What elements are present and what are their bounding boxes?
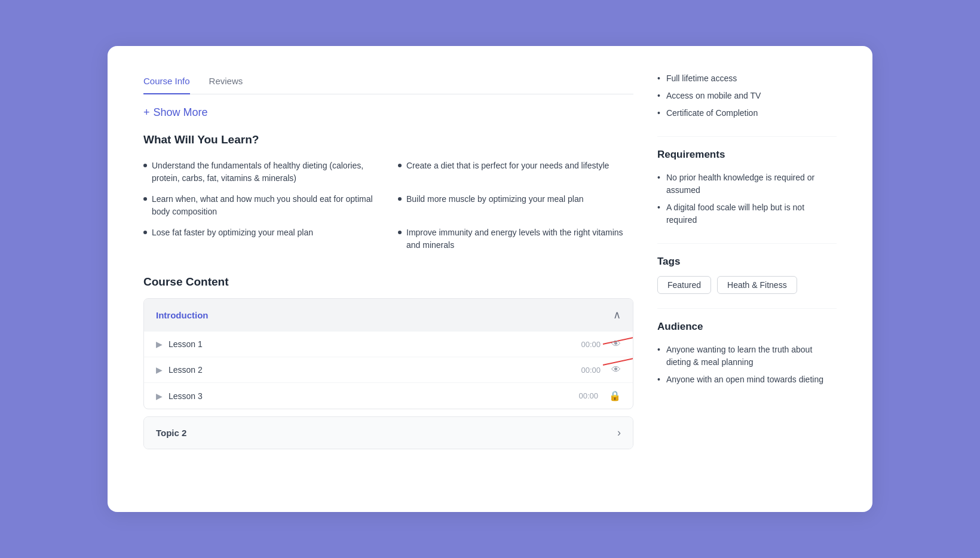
video-icon: ▶ xyxy=(156,391,163,401)
tag-heath-fitness[interactable]: Heath & Fitness xyxy=(717,276,797,294)
lesson-name: Lesson 1 xyxy=(169,339,575,349)
learn-item-text: Create a diet that is perfect for your n… xyxy=(406,160,609,172)
list-item: Improve immunity and energy levels with … xyxy=(398,224,633,254)
bullet-icon xyxy=(398,231,402,234)
tab-reviews[interactable]: Reviews xyxy=(209,70,243,94)
video-icon: ▶ xyxy=(156,339,163,349)
lesson-time: 00:00 xyxy=(578,391,598,400)
accordion-header-introduction[interactable]: Introduction ∧ xyxy=(144,299,633,331)
audience-text: Anyone with an open mind towards dieting xyxy=(666,373,823,386)
tab-course-info[interactable]: Course Info xyxy=(143,70,190,94)
list-item: A digital food scale will help but is no… xyxy=(657,199,837,229)
sidebar-includes: Full lifetime access Access on mobile an… xyxy=(657,70,837,122)
requirements-title: Requirements xyxy=(657,149,837,161)
bullet-icon xyxy=(143,231,147,234)
divider xyxy=(657,243,837,244)
lesson-time: 00:00 xyxy=(581,366,601,375)
requirement-text: No prior health knowledge is required or… xyxy=(666,171,837,197)
tags-container: Featured Heath & Fitness xyxy=(657,276,837,294)
include-text: Certificate of Completion xyxy=(666,107,758,119)
learn-grid: Understand the fundamentals of healthy d… xyxy=(143,157,633,254)
accordion-header-topic2[interactable]: Topic 2 › xyxy=(144,417,633,449)
accordion-title-topic2: Topic 2 xyxy=(156,428,186,438)
bullet-icon xyxy=(398,164,402,167)
requirements-list: No prior health knowledge is required or… xyxy=(657,169,837,229)
show-more-label: Show More xyxy=(154,106,208,119)
audience-title: Audience xyxy=(657,321,837,333)
sidebar-tags: Tags Featured Heath & Fitness xyxy=(657,256,837,294)
list-item: Understand the fundamentals of healthy d… xyxy=(143,157,379,187)
list-item: Build more muscle by optimizing your mea… xyxy=(398,191,633,220)
bullet-icon xyxy=(143,197,147,201)
includes-list: Full lifetime access Access on mobile an… xyxy=(657,70,837,122)
include-text: Full lifetime access xyxy=(666,72,737,85)
lessons-wrapper: ▶ Lesson 1 00:00 👁 ▶ Lesson 2 00:00 👁 ▶ … xyxy=(144,331,633,409)
audience-list: Anyone wanting to learn the truth about … xyxy=(657,341,837,388)
list-item: No prior health knowledge is required or… xyxy=(657,169,837,199)
course-content-title: Course Content xyxy=(143,275,633,289)
sidebar: Full lifetime access Access on mobile an… xyxy=(657,70,837,488)
learn-item-text: Build more muscle by optimizing your mea… xyxy=(406,193,583,206)
chevron-right-icon: › xyxy=(617,427,621,439)
list-item: Lose fat faster by optimizing your meal … xyxy=(143,224,379,254)
main-content: Course Info Reviews + Show More What Wil… xyxy=(143,70,633,488)
divider xyxy=(657,136,837,137)
accordion-topic2: Topic 2 › xyxy=(143,416,633,449)
learn-section-title: What Will You Learn? xyxy=(143,133,633,146)
lesson-name: Lesson 3 xyxy=(169,391,572,401)
sidebar-audience: Audience Anyone wanting to learn the tru… xyxy=(657,321,837,388)
list-item: Anyone with an open mind towards dieting xyxy=(657,371,837,388)
tags-title: Tags xyxy=(657,256,837,268)
video-icon: ▶ xyxy=(156,365,163,375)
list-item: Certificate of Completion xyxy=(657,105,837,122)
tag-featured[interactable]: Featured xyxy=(657,276,711,294)
chevron-up-icon: ∧ xyxy=(613,308,621,321)
accordion-title-introduction: Introduction xyxy=(156,310,208,320)
sidebar-requirements: Requirements No prior health knowledge i… xyxy=(657,149,837,229)
learn-item-text: Lose fat faster by optimizing your meal … xyxy=(152,226,313,239)
tabs-bar: Course Info Reviews xyxy=(143,70,633,94)
show-more-button[interactable]: + Show More xyxy=(143,106,633,119)
lesson-row-2: ▶ Lesson 2 00:00 👁 xyxy=(144,357,633,382)
divider xyxy=(657,308,837,309)
list-item: Create a diet that is perfect for your n… xyxy=(398,157,633,187)
bullet-icon xyxy=(398,197,402,201)
audience-text: Anyone wanting to learn the truth about … xyxy=(666,344,837,369)
learn-item-text: Learn when, what and how much you should… xyxy=(152,193,379,218)
lesson-name: Lesson 2 xyxy=(169,365,575,375)
lesson-time: 00:00 xyxy=(581,340,601,349)
eye-icon[interactable]: 👁 xyxy=(611,339,621,349)
include-text: Access on mobile and TV xyxy=(666,90,761,102)
show-more-icon: + xyxy=(143,106,150,119)
eye-icon[interactable]: 👁 xyxy=(611,364,621,375)
lesson-row-1: ▶ Lesson 1 00:00 👁 xyxy=(144,331,633,357)
list-item: Learn when, what and how much you should… xyxy=(143,191,379,220)
list-item: Full lifetime access xyxy=(657,70,837,87)
learn-item-text: Understand the fundamentals of healthy d… xyxy=(152,160,379,185)
requirement-text: A digital food scale will help but is no… xyxy=(666,201,837,226)
bullet-icon xyxy=(143,164,147,167)
list-item: Access on mobile and TV xyxy=(657,87,837,105)
accordion-introduction: Introduction ∧ ▶ Lesson 1 00:00 👁 xyxy=(143,298,633,409)
learn-item-text: Improve immunity and energy levels with … xyxy=(406,226,633,252)
list-item: Anyone wanting to learn the truth about … xyxy=(657,341,837,371)
lesson-row-3: ▶ Lesson 3 00:00 🔒 xyxy=(144,382,633,409)
lock-icon: 🔒 xyxy=(609,390,621,401)
page-container: Course Info Reviews + Show More What Wil… xyxy=(108,46,872,512)
